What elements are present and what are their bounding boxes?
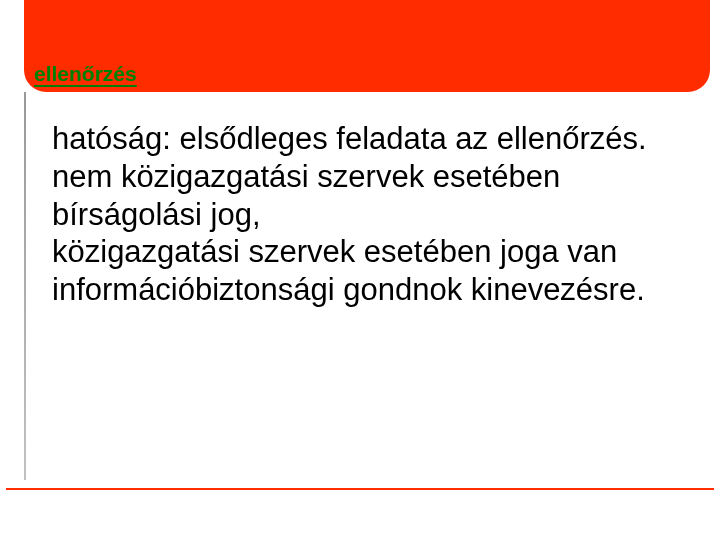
body-paragraph-1: hatóság: elsődleges feladata az ellenőrz… [52, 120, 680, 158]
body-paragraph-3: közigazgatási szervek esetében joga van … [52, 233, 680, 309]
body-paragraph-2: nem közigazgatási szervek esetében bírsá… [52, 158, 680, 234]
slide-title: ellenőrzés [34, 62, 137, 86]
body-text: hatóság: elsődleges feladata az ellenőrz… [52, 120, 680, 309]
header-box: ellenőrzés [24, 0, 710, 92]
left-vertical-rule [24, 92, 26, 480]
slide: ellenőrzés hatóság: elsődleges feladata … [0, 0, 720, 540]
bottom-horizontal-rule [6, 488, 714, 490]
